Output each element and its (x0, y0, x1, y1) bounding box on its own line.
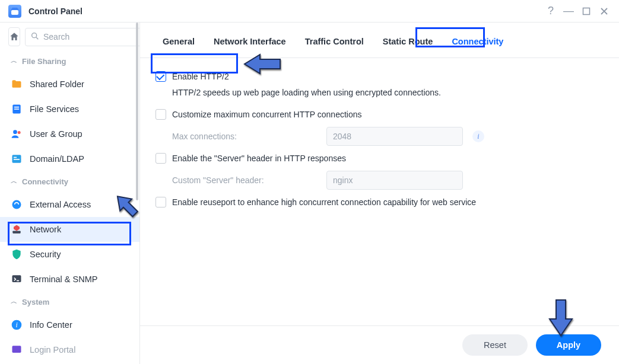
svg-rect-9 (14, 157, 17, 158)
http2-description: HTTP/2 speeds up web page loading when u… (155, 85, 604, 106)
sidebar-item-label: User & Group (30, 129, 82, 139)
tab-network-interface[interactable]: Network Interface (204, 31, 296, 58)
sidebar-item-terminal-snmp[interactable]: Terminal & SNMP (0, 267, 139, 292)
svg-rect-17 (12, 346, 21, 353)
checkbox-enable-server-header[interactable] (155, 153, 166, 164)
section-label: File Sharing (22, 57, 66, 66)
svg-point-1 (32, 33, 37, 37)
sidebar-item-info-center[interactable]: i Info Center (0, 312, 139, 337)
row-enable-reuseport: Enable reuseport to enhance high concurr… (155, 193, 604, 211)
svg-rect-10 (14, 159, 20, 160)
svg-rect-4 (14, 107, 19, 108)
sidebar-item-shared-folder[interactable]: Shared Folder (0, 72, 139, 97)
sidebar-item-label: Security (30, 250, 61, 259)
close-button[interactable] (595, 2, 613, 20)
search-input-wrap[interactable] (25, 28, 140, 46)
svg-line-2 (36, 37, 38, 39)
help-button[interactable]: ? (542, 2, 560, 20)
tab-traffic-control[interactable]: Traffic Control (296, 31, 373, 58)
chevron-up-icon: ︿ (11, 56, 17, 65)
section-file-sharing[interactable]: ︿ File Sharing (0, 51, 139, 72)
domain-icon (11, 153, 23, 165)
section-label: System (22, 298, 49, 306)
tab-general[interactable]: General (153, 31, 204, 58)
info-icon: i (11, 319, 23, 331)
sidebar-item-label: Terminal & SNMP (30, 274, 97, 284)
sidebar-item-label: Domain/LDAP (30, 154, 84, 164)
sidebar-item-label: Shared Folder (30, 79, 84, 89)
row-enable-http2: Enable HTTP/2 (155, 68, 604, 85)
reset-button[interactable]: Reset (462, 334, 528, 356)
folder-icon (11, 78, 23, 90)
apply-button[interactable]: Apply (536, 334, 601, 356)
users-icon (11, 128, 23, 140)
sidebar-item-login-portal[interactable]: Login Portal (0, 337, 139, 362)
label-enable-http2: Enable HTTP/2 (172, 72, 229, 81)
chevron-up-icon: ︿ (11, 177, 17, 186)
window-title: Control Panel (28, 7, 82, 16)
svg-text:i: i (15, 321, 17, 329)
file-services-icon (11, 103, 23, 115)
sidebar-item-security[interactable]: Security (0, 242, 139, 267)
label-enable-reuseport: Enable reuseport to enhance high concurr… (172, 197, 476, 207)
section-connectivity[interactable]: ︿ Connectivity (0, 171, 139, 192)
tab-connectivity[interactable]: Connectivity (442, 31, 513, 58)
section-system[interactable]: ︿ System (0, 292, 139, 312)
maximize-button[interactable] (577, 2, 595, 20)
shield-icon (11, 248, 23, 260)
checkbox-enable-http2[interactable] (155, 71, 166, 82)
row-enable-server-header: Enable the "Server" header in HTTP respo… (155, 149, 604, 167)
sidebar-item-file-services[interactable]: File Services (0, 97, 139, 122)
row-customize-max: Customize maximum concurrent HTTP connec… (155, 106, 604, 123)
row-max-connections: Max connections: i (155, 123, 604, 149)
external-access-icon (11, 199, 23, 210)
svg-rect-5 (14, 108, 19, 110)
tab-static-route[interactable]: Static Route (373, 31, 443, 58)
footer-bar: Reset Apply (140, 325, 619, 364)
sidebar-item-external-access[interactable]: External Access (0, 192, 139, 217)
label-max-connections: Max connections: (172, 132, 320, 141)
svg-point-6 (13, 130, 17, 134)
sidebar-item-domain-ldap[interactable]: Domain/LDAP (0, 146, 139, 171)
svg-rect-0 (583, 8, 590, 14)
minimize-button[interactable]: — (560, 2, 577, 20)
home-button[interactable] (8, 27, 20, 46)
sidebar-item-label: Network (30, 225, 61, 234)
network-icon (11, 223, 23, 235)
sidebar-item-label: Info Center (30, 320, 72, 330)
section-label: Connectivity (22, 177, 68, 186)
sidebar-item-user-group[interactable]: User & Group (0, 122, 139, 146)
input-custom-header (326, 171, 463, 190)
label-enable-server-header: Enable the "Server" header in HTTP respo… (172, 154, 346, 163)
sidebar-item-label: File Services (30, 104, 79, 114)
tab-bar: General Network Interface Traffic Contro… (140, 23, 619, 58)
sidebar-item-label: External Access (30, 200, 91, 209)
titlebar: Control Panel ? — (0, 0, 619, 23)
terminal-icon (11, 273, 23, 285)
label-customize-max: Customize maximum concurrent HTTP connec… (172, 110, 362, 119)
login-portal-icon (11, 344, 23, 356)
sidebar: ︿ File Sharing Shared Folder File Servic… (0, 23, 140, 364)
svg-rect-12 (12, 231, 20, 234)
app-icon (8, 5, 21, 18)
checkbox-customize-max[interactable] (155, 109, 166, 120)
info-icon[interactable]: i (472, 130, 484, 142)
svg-point-7 (18, 131, 21, 134)
search-icon (30, 31, 40, 43)
form-body: Enable HTTP/2 HTTP/2 speeds up web page … (140, 58, 619, 325)
svg-point-11 (12, 200, 21, 209)
sidebar-item-label: Login Portal (30, 345, 75, 355)
label-custom-header: Custom "Server" header: (172, 175, 320, 185)
sidebar-item-network[interactable]: Network (0, 217, 139, 242)
input-max-connections (326, 127, 463, 146)
search-input[interactable] (43, 32, 140, 41)
row-custom-header: Custom "Server" header: (155, 167, 604, 193)
chevron-up-icon: ︿ (11, 297, 17, 306)
checkbox-enable-reuseport[interactable] (155, 197, 166, 207)
